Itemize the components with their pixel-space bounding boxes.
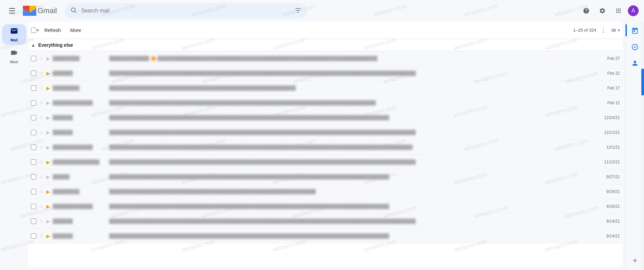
row-checkbox[interactable] — [31, 145, 36, 150]
email-date: 12/1/21 — [596, 145, 620, 150]
email-date: 9/14/21 — [596, 219, 620, 224]
email-date: 12/24/21 — [596, 115, 620, 120]
search-options-icon[interactable] — [295, 7, 301, 15]
menu-button[interactable] — [5, 4, 19, 17]
apps-button[interactable] — [612, 4, 625, 17]
email-row[interactable]: ☆ ▶ ████████ ███████████████████████████… — [28, 81, 622, 95]
row-checkbox[interactable] — [31, 56, 36, 61]
row-checkbox[interactable] — [31, 100, 36, 106]
sender: ██████ — [53, 219, 106, 224]
email-row[interactable]: ☆ ▶ ██████████████ █████████████████████… — [28, 155, 622, 169]
forward-icon[interactable]: ▶ — [46, 56, 50, 61]
sidebar-item-meet[interactable]: Meet — [2, 46, 26, 67]
forward-icon[interactable]: ▶ — [46, 71, 50, 76]
sender: █████ — [53, 174, 106, 180]
star-icon[interactable]: ☆ — [39, 129, 44, 136]
contacts-icon-btn[interactable] — [628, 56, 642, 70]
avatar[interactable]: A — [628, 5, 639, 16]
email-row[interactable]: ☆ ▶ ██████ █████████████████████████████… — [28, 229, 622, 243]
star-icon[interactable]: ☆ — [39, 100, 44, 106]
email-row[interactable]: ☆ ▶ ████████ ███████████████████████████… — [28, 184, 622, 199]
add-icon-btn-wrap — [628, 254, 642, 270]
email-preview: ████████████████████████████████████████… — [109, 115, 594, 120]
forward-icon[interactable]: ▶ — [46, 115, 50, 120]
email-row[interactable]: ☆ ▶ ████████ ████████████ 🔶 ████████████… — [28, 51, 622, 66]
row-checkbox[interactable] — [31, 115, 36, 120]
row-checkbox[interactable] — [31, 130, 36, 135]
settings-button[interactable] — [596, 4, 609, 17]
toolbar-right: 1–25 of 324 ⋮ ▾ — [573, 25, 620, 35]
sender: ████████████ — [53, 145, 106, 150]
sidebar-meet-label: Meet — [10, 60, 18, 64]
star-icon[interactable]: ☆ — [39, 188, 44, 195]
email-row[interactable]: ☆ ▶ █████ ██████████████████████████████… — [28, 169, 622, 184]
forward-icon[interactable]: ▶ — [46, 85, 50, 91]
more-options-icon[interactable]: ⋮ — [599, 25, 608, 35]
email-preview: ████████████████████████████████████████… — [109, 159, 594, 165]
forward-icon[interactable]: ▶ — [46, 189, 50, 194]
forward-icon[interactable]: ▶ — [46, 100, 50, 106]
logo-area: Gmail — [23, 6, 57, 16]
tasks-icon-btn[interactable] — [628, 40, 642, 54]
view-chevron-icon[interactable]: ▾ — [618, 28, 620, 33]
row-checkbox[interactable] — [31, 85, 36, 91]
email-row[interactable]: ☆ ▶ ████████████ ███████████████████████… — [28, 95, 622, 110]
sidebar-item-mail[interactable]: Mail — [2, 24, 26, 45]
star-icon[interactable]: ☆ — [39, 173, 44, 180]
row-checkbox[interactable] — [31, 189, 36, 194]
email-date: 9/24/21 — [596, 189, 620, 194]
email-row[interactable]: ☆ ▶ ██████ █████████████████████████████… — [28, 66, 622, 81]
help-button[interactable] — [579, 4, 593, 17]
star-icon[interactable]: ☆ — [39, 55, 44, 62]
email-preview: ████████████████████████████████████████… — [109, 100, 594, 106]
row-checkbox[interactable] — [31, 71, 36, 76]
row-checkbox[interactable] — [31, 219, 36, 224]
email-row[interactable]: ☆ ▶ ██████ █████████████████████████████… — [28, 125, 622, 140]
forward-icon[interactable]: ▶ — [46, 145, 50, 150]
forward-icon[interactable]: ▶ — [46, 233, 50, 239]
scrollbar-track[interactable] — [641, 22, 644, 270]
email-row[interactable]: ☆ ▶ ██████ █████████████████████████████… — [28, 214, 622, 229]
star-icon[interactable]: ☆ — [39, 233, 44, 239]
star-icon[interactable]: ☆ — [39, 85, 44, 91]
select-all-checkbox[interactable] — [31, 28, 36, 33]
select-all-wrap[interactable]: ▾ — [31, 28, 39, 33]
email-preview: ████████████████████████████████████████… — [109, 204, 594, 209]
star-icon[interactable]: ☆ — [39, 114, 44, 121]
forward-icon[interactable]: ▶ — [46, 204, 50, 209]
meet-icon — [10, 49, 18, 59]
collapse-icon[interactable]: ▲ — [31, 42, 36, 48]
add-icon-btn[interactable] — [628, 254, 642, 267]
section-title: Everything else — [38, 42, 73, 48]
forward-icon[interactable]: ▶ — [46, 159, 50, 165]
email-row[interactable]: ☆ ▶ ████████████ ███████████████████████… — [28, 140, 622, 155]
email-date: Feb 12 — [596, 101, 620, 105]
more-button[interactable]: More — [66, 25, 85, 36]
email-preview: ████████████████████████████████████████… — [109, 233, 594, 239]
star-icon[interactable]: ☆ — [39, 218, 44, 224]
forward-icon[interactable]: ▶ — [46, 219, 50, 224]
star-icon[interactable]: ☆ — [39, 144, 44, 150]
search-input[interactable] — [81, 8, 291, 14]
left-sidebar: Mail Meet — [0, 22, 28, 270]
sender: ██████ — [53, 130, 106, 135]
calendar-icon-btn[interactable] — [628, 24, 642, 38]
view-toggle[interactable]: ▾ — [610, 27, 620, 33]
email-date: 12/11/21 — [596, 130, 620, 135]
row-checkbox[interactable] — [31, 174, 36, 180]
forward-icon[interactable]: ▶ — [46, 174, 50, 180]
refresh-button[interactable]: Refresh — [40, 25, 65, 36]
star-icon[interactable]: ☆ — [39, 159, 44, 165]
row-checkbox[interactable] — [31, 204, 36, 209]
star-icon[interactable]: ☆ — [39, 203, 44, 209]
section-header: ▲ Everything else — [28, 39, 622, 51]
search-bar[interactable] — [65, 3, 307, 18]
select-dropdown-icon[interactable]: ▾ — [37, 28, 39, 33]
email-row[interactable]: ☆ ▶ ██████ █████████████████████████████… — [28, 110, 622, 125]
scrollbar-thumb[interactable] — [641, 69, 644, 95]
row-checkbox[interactable] — [31, 233, 36, 239]
email-row[interactable]: ☆ ▶ ████████████ ███████████████████████… — [28, 199, 622, 214]
star-icon[interactable]: ☆ — [39, 70, 44, 76]
row-checkbox[interactable] — [31, 159, 36, 165]
forward-icon[interactable]: ▶ — [46, 130, 50, 135]
